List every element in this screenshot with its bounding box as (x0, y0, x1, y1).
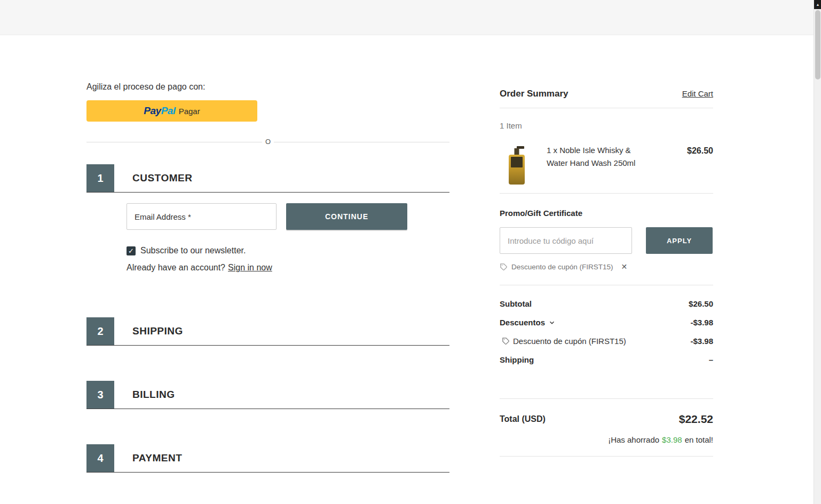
step-customer-header: 1 CUSTOMER (86, 164, 449, 193)
remove-coupon-icon[interactable]: ✕ (621, 262, 628, 271)
step-payment-title: PAYMENT (132, 452, 182, 464)
grand-total-row: Total (USD) $22.52 (500, 413, 713, 426)
step-number-badge: 1 (86, 164, 114, 192)
shipping-label: Shipping (500, 355, 534, 364)
step-payment: 4 PAYMENT (86, 444, 449, 473)
subtotal-label: Subtotal (500, 299, 532, 308)
grand-total-value: $22.52 (679, 413, 713, 426)
step-billing: 3 BILLING (86, 381, 449, 409)
savings-prefix: ¡Has ahorrado (608, 435, 659, 444)
order-summary-panel: Order Summary Edit Cart 1 Item 1 x Noble… (500, 35, 713, 473)
signin-link[interactable]: Sign in now (228, 263, 272, 272)
applied-coupon-label: Descuento de cupón (FIRST15) (511, 263, 613, 271)
step-billing-title: BILLING (132, 389, 175, 401)
coupon-discount-label: Descuento de cupón (FIRST15) (500, 337, 626, 346)
step-shipping: 2 SHIPPING (86, 317, 449, 346)
order-summary-header: Order Summary Edit Cart (500, 89, 713, 99)
or-divider: O (86, 138, 449, 146)
savings-amount: $3.98 (662, 435, 682, 444)
bottle-cap (515, 148, 519, 155)
promo-title: Promo/Gift Certificate (500, 209, 713, 218)
promo-block: Promo/Gift Certificate APPLY Descuento d… (500, 209, 713, 271)
edit-cart-link[interactable]: Edit Cart (682, 89, 713, 98)
discounts-value: -$3.98 (690, 318, 713, 327)
newsletter-checkbox[interactable]: ✓ (127, 246, 136, 255)
step-customer: 1 CUSTOMER CONTINUE ✓ Subscribe to our n… (86, 164, 449, 282)
divider (500, 285, 713, 285)
newsletter-label: Subscribe to our newsletter. (140, 246, 246, 255)
total-block: Total (USD) $22.52 ¡Has ahorrado$3.98en … (500, 374, 713, 457)
product-name: 1 x Noble Isle Whisky & Water Hand Wash … (534, 144, 641, 193)
scroll-up-arrow[interactable]: ▲ (814, 0, 821, 9)
step-payment-header: 4 PAYMENT (86, 444, 449, 473)
top-bar (0, 0, 821, 35)
totals-section: Subtotal $26.50 Descuentos -$3.98 (500, 285, 713, 457)
step-customer-title: CUSTOMER (132, 172, 192, 184)
step-number-badge: 2 (86, 317, 114, 345)
scrollbar[interactable]: ▲ (814, 0, 821, 504)
promo-row: APPLY (500, 227, 713, 254)
email-row: CONTINUE (127, 203, 449, 230)
item-count: 1 Item (500, 121, 713, 130)
paypal-button-label: Pagar (179, 107, 200, 116)
coupon-discount-row: Descuento de cupón (FIRST15) -$3.98 (500, 337, 713, 346)
step-number-badge: 4 (86, 444, 114, 472)
express-checkout-label: Agiliza el proceso de pago con: (86, 82, 449, 92)
promo-code-input[interactable] (500, 227, 632, 254)
continue-button[interactable]: CONTINUE (286, 203, 407, 230)
savings-message: ¡Has ahorrado$3.98en total! (500, 435, 713, 444)
bottle-graphic (506, 145, 527, 186)
step-number-badge: 3 (86, 381, 114, 409)
step-shipping-header: 2 SHIPPING (86, 317, 449, 346)
cart-item-row: 1 x Noble Isle Whisky & Water Hand Wash … (500, 144, 713, 193)
shipping-row: Shipping – (500, 355, 713, 364)
product-price: $26.50 (687, 144, 713, 193)
shipping-value: – (709, 355, 713, 364)
email-field[interactable] (127, 203, 277, 230)
bottle-label (511, 157, 523, 167)
step-billing-header: 3 BILLING (86, 381, 449, 409)
checkout-page: Agiliza el proceso de pago con: PayPal P… (0, 0, 821, 504)
subtotal-value: $26.50 (689, 299, 713, 308)
savings-suffix: en total! (685, 435, 713, 444)
subtotal-row: Subtotal $26.50 (500, 299, 713, 308)
coupon-discount-value: -$3.98 (690, 337, 713, 346)
chevron-down-icon[interactable] (548, 319, 556, 326)
product-image (500, 144, 534, 193)
discounts-label: Descuentos (500, 318, 556, 327)
grand-total-label: Total (USD) (500, 414, 546, 424)
step-customer-body: CONTINUE ✓ Subscribe to our newsletter. … (86, 193, 449, 282)
order-summary-title: Order Summary (500, 89, 569, 99)
tag-icon (500, 263, 508, 271)
tag-icon (502, 337, 510, 345)
paypal-button[interactable]: PayPal Pagar (86, 100, 257, 122)
divider (500, 108, 713, 108)
discounts-row: Descuentos -$3.98 (500, 318, 713, 327)
step-shipping-title: SHIPPING (132, 325, 183, 337)
divider (500, 398, 713, 399)
signin-row: Already have an account?Sign in now (127, 263, 449, 273)
paypal-logo: PayPal (144, 105, 175, 117)
divider (500, 456, 713, 457)
apply-button[interactable]: APPLY (646, 227, 713, 254)
newsletter-row: ✓ Subscribe to our newsletter. (127, 246, 449, 255)
main-content: Agiliza el proceso de pago con: PayPal P… (0, 35, 821, 473)
scrollbar-thumb[interactable] (815, 10, 820, 79)
applied-coupon: Descuento de cupón (FIRST15) ✕ (500, 262, 713, 271)
or-divider-label: O (262, 138, 274, 146)
checkout-steps-column: Agiliza el proceso de pago con: PayPal P… (86, 35, 449, 473)
divider (500, 193, 713, 194)
signin-prompt: Already have an account? (127, 263, 225, 272)
